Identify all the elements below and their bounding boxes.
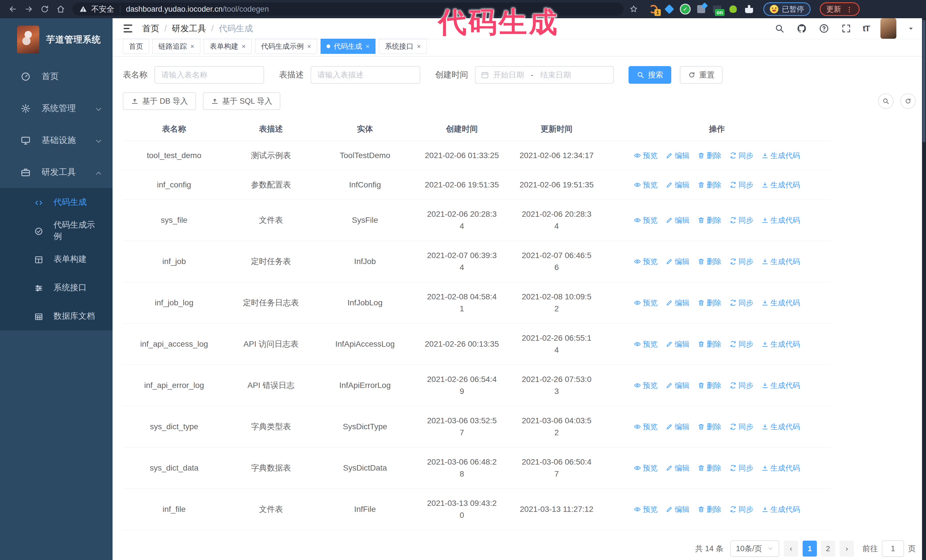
sidebar-subitem-系统接口[interactable]: 系统接口 <box>0 273 112 302</box>
action-删除[interactable]: 删除 <box>698 255 722 267</box>
goto-page-input[interactable] <box>882 540 904 557</box>
action-同步[interactable]: 同步 <box>729 338 754 350</box>
github-icon[interactable] <box>796 23 808 34</box>
tab-close-icon[interactable]: × <box>417 42 421 50</box>
action-生成代码[interactable]: 生成代码 <box>761 149 800 162</box>
tab-代码生成示例[interactable]: 代码生成示例× <box>255 39 317 54</box>
action-编辑[interactable]: 编辑 <box>666 338 690 350</box>
toggle-search-circle-button[interactable] <box>878 94 894 109</box>
action-同步[interactable]: 同步 <box>729 255 754 267</box>
blue-gem-extension-icon[interactable] <box>664 4 675 14</box>
browser-home-icon[interactable] <box>54 3 67 16</box>
dark-on-extension-icon[interactable]: on <box>712 4 722 14</box>
action-编辑[interactable]: 编辑 <box>666 255 690 267</box>
paused-extension-badge[interactable]: 已暂停 <box>763 2 811 16</box>
action-删除[interactable]: 删除 <box>698 149 722 162</box>
reset-button[interactable]: 重置 <box>680 66 723 84</box>
action-生成代码[interactable]: 生成代码 <box>761 421 800 433</box>
tab-close-icon[interactable]: × <box>242 42 246 50</box>
browser-reload-icon[interactable] <box>38 3 51 16</box>
sidebar-subitem-代码生成示例[interactable]: 代码生成示例 <box>0 216 112 245</box>
grid-diamond-extension-icon[interactable] <box>696 4 706 14</box>
action-编辑[interactable]: 编辑 <box>666 503 690 515</box>
orange-ring-extension-1-icon[interactable]: 1 <box>648 4 658 14</box>
action-同步[interactable]: 同步 <box>729 379 754 391</box>
tab-首页[interactable]: 首页 <box>123 39 149 54</box>
action-编辑[interactable]: 编辑 <box>666 297 690 309</box>
browser-update-button[interactable]: 更新 <box>820 2 859 16</box>
action-生成代码[interactable]: 生成代码 <box>761 255 800 267</box>
green-man-extension-icon[interactable] <box>728 4 738 14</box>
action-预览[interactable]: 预览 <box>634 149 658 162</box>
tab-代码生成[interactable]: 代码生成× <box>321 39 375 54</box>
action-生成代码[interactable]: 生成代码 <box>761 297 800 309</box>
browser-back-icon[interactable] <box>6 3 20 16</box>
browser-menu-dots-icon[interactable] <box>846 5 853 14</box>
breadcrumb-item[interactable]: 首页 <box>142 23 159 35</box>
action-编辑[interactable]: 编辑 <box>666 179 690 191</box>
action-同步[interactable]: 同步 <box>729 297 754 309</box>
menu-fold-icon[interactable] <box>122 23 134 34</box>
white-puzzle-extension-icon[interactable] <box>744 4 754 14</box>
search-button[interactable]: 搜索 <box>628 66 671 84</box>
page-size-select[interactable]: 10条/页 <box>730 540 779 557</box>
fullscreen-icon[interactable] <box>841 23 852 34</box>
not-secure-label[interactable]: 不安全 <box>91 4 114 14</box>
action-同步[interactable]: 同步 <box>729 421 754 433</box>
action-同步[interactable]: 同步 <box>729 503 754 515</box>
action-生成代码[interactable]: 生成代码 <box>761 338 800 350</box>
page-button-1[interactable]: 1 <box>803 540 817 557</box>
action-预览[interactable]: 预览 <box>634 462 658 474</box>
action-删除[interactable]: 删除 <box>698 338 722 350</box>
tab-close-icon[interactable]: × <box>307 42 311 50</box>
action-删除[interactable]: 删除 <box>698 503 722 515</box>
action-预览[interactable]: 预览 <box>634 179 658 191</box>
action-同步[interactable]: 同步 <box>729 149 754 162</box>
action-生成代码[interactable]: 生成代码 <box>761 379 800 391</box>
sidebar-item-系统管理[interactable]: 系统管理 <box>0 92 112 124</box>
action-预览[interactable]: 预览 <box>634 297 658 309</box>
table-name-input[interactable] <box>154 66 264 84</box>
action-预览[interactable]: 预览 <box>634 338 658 350</box>
next-page-button[interactable]: › <box>840 540 854 557</box>
sidebar-item-研发工具[interactable]: 研发工具 <box>0 156 112 188</box>
action-删除[interactable]: 删除 <box>698 179 722 191</box>
search-icon[interactable] <box>774 23 785 34</box>
action-编辑[interactable]: 编辑 <box>666 379 690 391</box>
action-预览[interactable]: 预览 <box>634 503 658 515</box>
tab-close-icon[interactable]: × <box>190 42 194 50</box>
action-编辑[interactable]: 编辑 <box>666 462 690 474</box>
action-预览[interactable]: 预览 <box>634 421 658 433</box>
import-db-button[interactable]: 基于 DB 导入 <box>123 92 196 110</box>
refresh-circle-button[interactable] <box>900 94 916 109</box>
action-编辑[interactable]: 编辑 <box>666 214 690 226</box>
green-check-extension-icon[interactable]: ✓ <box>680 4 690 14</box>
action-生成代码[interactable]: 生成代码 <box>761 214 800 226</box>
action-编辑[interactable]: 编辑 <box>666 421 690 433</box>
action-编辑[interactable]: 编辑 <box>666 149 690 162</box>
table-desc-input[interactable] <box>310 66 420 84</box>
date-end-placeholder[interactable]: 结束日期 <box>540 70 571 80</box>
help-icon[interactable] <box>818 23 830 34</box>
action-预览[interactable]: 预览 <box>634 379 658 391</box>
tab-系统接口[interactable]: 系统接口× <box>379 39 427 54</box>
bookmark-star-icon[interactable] <box>629 5 638 14</box>
action-同步[interactable]: 同步 <box>729 214 754 226</box>
action-生成代码[interactable]: 生成代码 <box>761 462 800 474</box>
import-sql-button[interactable]: 基于 SQL 导入 <box>203 92 280 110</box>
prev-page-button[interactable]: ‹ <box>784 540 798 557</box>
font-size-icon[interactable]: tT <box>863 24 870 33</box>
sidebar-subitem-代码生成[interactable]: 代码生成 <box>0 188 112 216</box>
scrollbar-thumb[interactable] <box>923 20 925 142</box>
action-删除[interactable]: 删除 <box>698 379 722 391</box>
sidebar-item-首页[interactable]: 首页 <box>0 60 112 92</box>
user-avatar[interactable] <box>881 18 896 39</box>
date-start-placeholder[interactable]: 开始日期 <box>493 70 524 80</box>
sidebar-subitem-数据库文档[interactable]: 数据库文档 <box>0 302 112 331</box>
action-删除[interactable]: 删除 <box>698 297 722 309</box>
browser-forward-icon[interactable] <box>22 3 35 16</box>
action-同步[interactable]: 同步 <box>729 462 754 474</box>
tab-close-icon[interactable]: × <box>366 42 369 50</box>
action-生成代码[interactable]: 生成代码 <box>761 179 800 191</box>
address-bar[interactable]: 不安全 dashboard.yudao.iocoder.cn/tool/code… <box>73 3 624 16</box>
